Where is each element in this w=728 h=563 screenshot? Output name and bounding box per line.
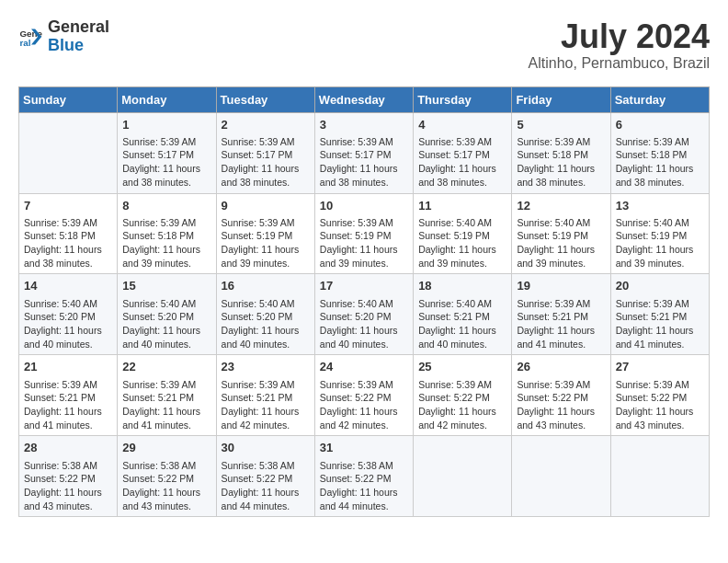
day-number: 9 <box>222 198 310 214</box>
header-sunday: Sunday <box>19 86 118 112</box>
day-cell: 17Sunrise: 5:40 AM Sunset: 5:20 PM Dayli… <box>314 274 413 355</box>
day-info: Sunrise: 5:39 AM Sunset: 5:18 PM Dayligh… <box>616 135 704 190</box>
day-info: Sunrise: 5:39 AM Sunset: 5:21 PM Dayligh… <box>517 297 605 351</box>
day-info: Sunrise: 5:40 AM Sunset: 5:20 PM Dayligh… <box>122 297 210 351</box>
week-row-2: 7Sunrise: 5:39 AM Sunset: 5:18 PM Daylig… <box>19 193 710 274</box>
logo-icon: Gene ral <box>18 24 44 50</box>
day-number: 11 <box>418 198 506 214</box>
day-info: Sunrise: 5:39 AM Sunset: 5:22 PM Dayligh… <box>616 378 704 432</box>
header-thursday: Thursday <box>414 86 512 112</box>
day-info: Sunrise: 5:40 AM Sunset: 5:20 PM Dayligh… <box>320 297 408 351</box>
day-info: Sunrise: 5:38 AM Sunset: 5:22 PM Dayligh… <box>24 459 112 513</box>
day-cell: 12Sunrise: 5:40 AM Sunset: 5:19 PM Dayli… <box>512 193 610 274</box>
day-cell: 20Sunrise: 5:39 AM Sunset: 5:21 PM Dayli… <box>610 274 709 355</box>
day-info: Sunrise: 5:40 AM Sunset: 5:19 PM Dayligh… <box>418 216 506 270</box>
logo: Gene ral General Blue <box>18 18 109 55</box>
day-info: Sunrise: 5:40 AM Sunset: 5:19 PM Dayligh… <box>616 216 704 270</box>
header-saturday: Saturday <box>610 86 709 112</box>
day-number: 3 <box>320 117 408 133</box>
day-number: 31 <box>320 440 408 456</box>
day-info: Sunrise: 5:39 AM Sunset: 5:21 PM Dayligh… <box>24 378 112 432</box>
day-number: 17 <box>320 278 408 294</box>
day-number: 7 <box>24 198 112 214</box>
calendar-header: SundayMondayTuesdayWednesdayThursdayFrid… <box>19 86 710 112</box>
day-cell: 1Sunrise: 5:39 AM Sunset: 5:17 PM Daylig… <box>118 112 216 193</box>
day-number: 2 <box>222 117 310 133</box>
page-header: Gene ral General Blue July 2024 Altinho,… <box>18 18 710 72</box>
calendar-table: SundayMondayTuesdayWednesdayThursdayFrid… <box>18 86 710 518</box>
day-info: Sunrise: 5:39 AM Sunset: 5:17 PM Dayligh… <box>222 135 310 190</box>
svg-text:ral: ral <box>19 38 30 48</box>
day-cell <box>19 112 118 193</box>
day-number: 5 <box>517 117 605 133</box>
week-row-1: 1Sunrise: 5:39 AM Sunset: 5:17 PM Daylig… <box>19 112 710 193</box>
day-info: Sunrise: 5:39 AM Sunset: 5:22 PM Dayligh… <box>517 378 605 432</box>
day-info: Sunrise: 5:39 AM Sunset: 5:21 PM Dayligh… <box>222 378 310 432</box>
day-cell: 26Sunrise: 5:39 AM Sunset: 5:22 PM Dayli… <box>512 355 610 436</box>
day-cell: 22Sunrise: 5:39 AM Sunset: 5:21 PM Dayli… <box>118 355 216 436</box>
day-cell <box>610 436 709 517</box>
day-cell: 29Sunrise: 5:38 AM Sunset: 5:22 PM Dayli… <box>118 436 216 517</box>
day-info: Sunrise: 5:40 AM Sunset: 5:19 PM Dayligh… <box>517 216 605 270</box>
day-cell: 24Sunrise: 5:39 AM Sunset: 5:22 PM Dayli… <box>314 355 413 436</box>
day-info: Sunrise: 5:40 AM Sunset: 5:20 PM Dayligh… <box>222 297 310 351</box>
day-number: 1 <box>122 117 210 133</box>
day-cell: 5Sunrise: 5:39 AM Sunset: 5:18 PM Daylig… <box>512 112 610 193</box>
month-title: July 2024 <box>529 18 710 55</box>
day-info: Sunrise: 5:38 AM Sunset: 5:22 PM Dayligh… <box>222 459 310 513</box>
day-cell: 3Sunrise: 5:39 AM Sunset: 5:17 PM Daylig… <box>314 112 413 193</box>
day-cell: 23Sunrise: 5:39 AM Sunset: 5:21 PM Dayli… <box>216 355 314 436</box>
day-number: 15 <box>122 278 210 294</box>
day-number: 8 <box>122 198 210 214</box>
day-number: 24 <box>320 359 408 375</box>
day-number: 16 <box>222 278 310 294</box>
day-info: Sunrise: 5:39 AM Sunset: 5:17 PM Dayligh… <box>320 135 408 190</box>
day-number: 6 <box>616 117 704 133</box>
day-number: 27 <box>616 359 704 375</box>
day-cell <box>512 436 610 517</box>
day-number: 23 <box>222 359 310 375</box>
week-row-4: 21Sunrise: 5:39 AM Sunset: 5:21 PM Dayli… <box>19 355 710 436</box>
calendar-body: 1Sunrise: 5:39 AM Sunset: 5:17 PM Daylig… <box>19 112 710 517</box>
day-cell: 25Sunrise: 5:39 AM Sunset: 5:22 PM Dayli… <box>414 355 512 436</box>
day-info: Sunrise: 5:39 AM Sunset: 5:18 PM Dayligh… <box>122 216 210 270</box>
header-monday: Monday <box>118 86 216 112</box>
day-cell: 13Sunrise: 5:40 AM Sunset: 5:19 PM Dayli… <box>610 193 709 274</box>
day-number: 20 <box>616 278 704 294</box>
day-info: Sunrise: 5:39 AM Sunset: 5:22 PM Dayligh… <box>418 378 506 432</box>
header-wednesday: Wednesday <box>314 86 413 112</box>
day-info: Sunrise: 5:38 AM Sunset: 5:22 PM Dayligh… <box>122 459 210 513</box>
day-number: 13 <box>616 198 704 214</box>
day-cell: 21Sunrise: 5:39 AM Sunset: 5:21 PM Dayli… <box>19 355 118 436</box>
day-number: 30 <box>222 440 310 456</box>
day-number: 21 <box>24 359 112 375</box>
day-cell: 19Sunrise: 5:39 AM Sunset: 5:21 PM Dayli… <box>512 274 610 355</box>
day-info: Sunrise: 5:39 AM Sunset: 5:21 PM Dayligh… <box>616 297 704 351</box>
day-info: Sunrise: 5:39 AM Sunset: 5:17 PM Dayligh… <box>122 135 210 190</box>
day-cell: 7Sunrise: 5:39 AM Sunset: 5:18 PM Daylig… <box>19 193 118 274</box>
day-info: Sunrise: 5:40 AM Sunset: 5:20 PM Dayligh… <box>24 297 112 351</box>
day-number: 26 <box>517 359 605 375</box>
day-info: Sunrise: 5:39 AM Sunset: 5:21 PM Dayligh… <box>122 378 210 432</box>
week-row-3: 14Sunrise: 5:40 AM Sunset: 5:20 PM Dayli… <box>19 274 710 355</box>
day-cell <box>414 436 512 517</box>
day-number: 19 <box>517 278 605 294</box>
day-cell: 10Sunrise: 5:39 AM Sunset: 5:19 PM Dayli… <box>314 193 413 274</box>
week-row-5: 28Sunrise: 5:38 AM Sunset: 5:22 PM Dayli… <box>19 436 710 517</box>
day-number: 4 <box>418 117 506 133</box>
day-info: Sunrise: 5:40 AM Sunset: 5:21 PM Dayligh… <box>418 297 506 351</box>
header-tuesday: Tuesday <box>216 86 314 112</box>
day-info: Sunrise: 5:39 AM Sunset: 5:22 PM Dayligh… <box>320 378 408 432</box>
day-number: 10 <box>320 198 408 214</box>
day-number: 12 <box>517 198 605 214</box>
day-cell: 14Sunrise: 5:40 AM Sunset: 5:20 PM Dayli… <box>19 274 118 355</box>
day-cell: 16Sunrise: 5:40 AM Sunset: 5:20 PM Dayli… <box>216 274 314 355</box>
day-info: Sunrise: 5:39 AM Sunset: 5:18 PM Dayligh… <box>517 135 605 190</box>
location: Altinho, Pernambuco, Brazil <box>529 55 710 72</box>
day-cell: 15Sunrise: 5:40 AM Sunset: 5:20 PM Dayli… <box>118 274 216 355</box>
day-cell: 4Sunrise: 5:39 AM Sunset: 5:17 PM Daylig… <box>414 112 512 193</box>
day-number: 25 <box>418 359 506 375</box>
day-cell: 18Sunrise: 5:40 AM Sunset: 5:21 PM Dayli… <box>414 274 512 355</box>
day-info: Sunrise: 5:39 AM Sunset: 5:19 PM Dayligh… <box>320 216 408 270</box>
day-number: 29 <box>122 440 210 456</box>
